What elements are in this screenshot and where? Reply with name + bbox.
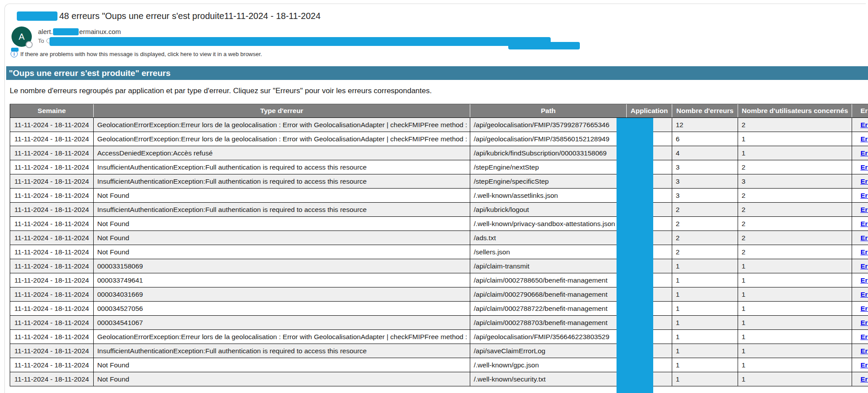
cell-path: /api/claim/0002788703/benefit-management: [470, 316, 627, 330]
cell-semaine: 11-11-2024 - 18-11-2024: [10, 174, 94, 189]
cell-type-erreur: 000034527056: [94, 302, 470, 316]
cell-nombre-utilisateurs: 2: [738, 118, 852, 132]
cell-type-erreur: InsufficientAuthenticationException:Full…: [94, 344, 470, 358]
cell-erreurs: Erreurs: [852, 344, 868, 358]
intro-text: Le nombre d'erreurs regroupés par applic…: [10, 87, 432, 95]
table-row: 11-11-2024 - 18-11-2024 GeolocationError…: [10, 330, 868, 344]
message-display-warning[interactable]: i If there are problems with how this me…: [11, 50, 262, 57]
erreurs-link[interactable]: Erreurs: [860, 192, 868, 199]
cell-semaine: 11-11-2024 - 18-11-2024: [10, 344, 94, 358]
erreurs-link[interactable]: Erreurs: [860, 361, 868, 369]
cell-type-erreur: Not Found: [94, 372, 470, 386]
cell-path: /api/geolocalisation/FMIP/35664622380352…: [470, 330, 627, 344]
cell-type-erreur: 000033749641: [94, 273, 470, 287]
cell-application: [627, 302, 672, 316]
erreurs-link[interactable]: Erreurs: [860, 149, 868, 157]
cell-type-erreur: Not Found: [94, 231, 470, 245]
cell-path: /api/claim/0002788650/benefit-management: [470, 273, 627, 287]
erreurs-link[interactable]: Erreurs: [860, 375, 868, 383]
erreurs-link[interactable]: Erreurs: [860, 135, 868, 143]
cell-path: /stepEngine/specificStep: [470, 174, 627, 189]
cell-nombre-utilisateurs: 1: [738, 344, 852, 358]
erreurs-link[interactable]: Erreurs: [860, 305, 868, 312]
cell-semaine: 11-11-2024 - 18-11-2024: [10, 245, 94, 259]
cell-application: [627, 217, 672, 231]
cell-erreurs: Erreurs: [852, 372, 868, 386]
cell-application: [627, 245, 672, 259]
cell-path: /api/claim/0002790668/benefit-management: [470, 287, 627, 302]
table-row: 11-11-2024 - 18-11-2024 000033749641 /ap…: [10, 273, 868, 287]
cell-type-erreur: GeolocationErrorException:Erreur lors de…: [94, 132, 470, 146]
sender-address[interactable]: alert. ermainux.com: [38, 28, 121, 35]
erreurs-link[interactable]: Erreurs: [860, 291, 868, 298]
cell-semaine: 11-11-2024 - 18-11-2024: [10, 160, 94, 174]
header-row: Semaine Type d'erreur Path Application N…: [10, 104, 868, 118]
column-header-type-erreur: Type d'erreur: [94, 104, 470, 118]
cell-application: [627, 146, 672, 160]
cell-nombre-utilisateurs: 1: [738, 273, 852, 287]
table-row: 11-11-2024 - 18-11-2024 Not Found /.well…: [10, 217, 868, 231]
cell-application: [627, 358, 672, 372]
erreurs-link[interactable]: Erreurs: [860, 276, 868, 284]
cell-nombre-erreurs: 1: [672, 273, 738, 287]
cell-nombre-utilisateurs: 2: [738, 160, 852, 174]
cell-nombre-erreurs: 1: [672, 302, 738, 316]
cell-nombre-erreurs: 1: [672, 358, 738, 372]
erreurs-link[interactable]: Erreurs: [860, 220, 868, 227]
cell-nombre-erreurs: 1: [672, 344, 738, 358]
table-row: 11-11-2024 - 18-11-2024 GeolocationError…: [10, 118, 868, 132]
table-row: 11-11-2024 - 18-11-2024 Not Found /.well…: [10, 358, 868, 372]
banner-title: "Oups une erreur s'est produite" erreurs: [9, 68, 171, 78]
cell-erreurs: Erreurs: [852, 203, 868, 217]
table-row: 11-11-2024 - 18-11-2024 Not Found /selle…: [10, 245, 868, 259]
cell-nombre-utilisateurs: 1: [738, 302, 852, 316]
erreurs-link[interactable]: Erreurs: [860, 178, 868, 185]
cell-nombre-utilisateurs: 2: [738, 217, 852, 231]
cell-type-erreur: InsufficientAuthenticationException:Full…: [94, 160, 470, 174]
erreurs-link[interactable]: Erreurs: [860, 319, 868, 326]
erreurs-link[interactable]: Erreurs: [860, 262, 868, 270]
erreurs-link[interactable]: Erreurs: [860, 347, 868, 355]
cell-nombre-erreurs: 12: [672, 118, 738, 132]
table-row: 11-11-2024 - 18-11-2024 InsufficientAuth…: [10, 160, 868, 174]
cell-path: /sellers.json: [470, 245, 627, 259]
cell-application: [627, 259, 672, 273]
table-row: 11-11-2024 - 18-11-2024 000034541067 /ap…: [10, 316, 868, 330]
cell-type-erreur: InsufficientAuthenticationException:Full…: [94, 203, 470, 217]
column-header-application: Application: [627, 104, 672, 118]
erreurs-link[interactable]: Erreurs: [860, 333, 868, 340]
cell-erreurs: Erreurs: [852, 245, 868, 259]
cell-semaine: 11-11-2024 - 18-11-2024: [10, 189, 94, 203]
cell-erreurs: Erreurs: [852, 217, 868, 231]
cell-type-erreur: Not Found: [94, 217, 470, 231]
cell-type-erreur: 000033158069: [94, 259, 470, 273]
cell-erreurs: Erreurs: [852, 118, 868, 132]
cell-application: [627, 203, 672, 217]
cell-erreurs: Erreurs: [852, 174, 868, 189]
cell-path: /.well-known/privacy-sandbox-attestation…: [470, 217, 627, 231]
table-header: Semaine Type d'erreur Path Application N…: [10, 104, 868, 118]
cell-path: /ads.txt: [470, 231, 627, 245]
table-row: 11-11-2024 - 18-11-2024 Not Found /.well…: [10, 372, 868, 386]
erreurs-link[interactable]: Erreurs: [860, 248, 868, 256]
cell-application: [627, 118, 672, 132]
table-body: 11-11-2024 - 18-11-2024 GeolocationError…: [10, 118, 868, 386]
sender-suffix: ermainux.com: [79, 28, 121, 35]
cell-nombre-utilisateurs: 1: [738, 259, 852, 273]
cell-nombre-utilisateurs: 2: [738, 231, 852, 245]
table-row: 11-11-2024 - 18-11-2024 000034527056 /ap…: [10, 302, 868, 316]
cell-erreurs: Erreurs: [852, 132, 868, 146]
presence-indicator: [26, 41, 33, 48]
cell-nombre-erreurs: 4: [672, 146, 738, 160]
info-icon: i: [11, 50, 18, 57]
erreurs-link[interactable]: Erreurs: [860, 206, 868, 213]
cell-type-erreur: 000034031669: [94, 287, 470, 302]
table-row: 11-11-2024 - 18-11-2024 GeolocationError…: [10, 132, 868, 146]
cell-nombre-erreurs: 1: [672, 259, 738, 273]
erreurs-link[interactable]: Erreurs: [860, 121, 868, 128]
erreurs-link[interactable]: Erreurs: [860, 163, 868, 171]
cell-semaine: 11-11-2024 - 18-11-2024: [10, 146, 94, 160]
cell-application: [627, 231, 672, 245]
erreurs-link[interactable]: Erreurs: [860, 234, 868, 242]
cell-semaine: 11-11-2024 - 18-11-2024: [10, 231, 94, 245]
